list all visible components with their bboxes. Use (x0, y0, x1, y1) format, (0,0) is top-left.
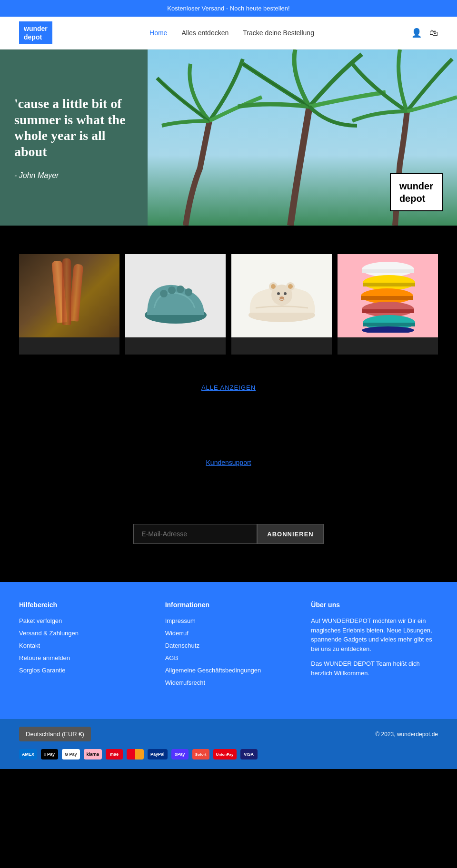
svg-point-14 (279, 296, 284, 299)
footer-link-paket[interactable]: Paket verfolgen (19, 617, 62, 624)
payment-union: UnionPay (213, 749, 237, 760)
hero-quote: 'cause a little bit of summer is what th… (14, 96, 133, 159)
footer-bottom: Deutschland (EUR €) © 2023, wunderdepot.… (0, 719, 457, 749)
footer-col-hilfe: Hilfebereich Paket verfolgen Versand & Z… (19, 601, 146, 690)
product-image-4 (338, 254, 438, 355)
footer-link-allgemeine[interactable]: Allgemeine Geschäftsbedingungen (165, 667, 261, 674)
footer: Hilfebereich Paket verfolgen Versand & Z… (0, 582, 457, 719)
header-icons: 👤 🛍 (411, 28, 438, 38)
subscribe-button[interactable]: ABONNIEREN (257, 524, 323, 544)
hero-right: wunder depot (148, 49, 457, 226)
country-selector[interactable]: Deutschland (EUR €) (19, 727, 91, 741)
svg-rect-18 (363, 283, 415, 286)
svg-rect-22 (362, 309, 414, 313)
products-grid (19, 254, 438, 355)
payment-mastercard (127, 749, 144, 760)
hero-left: 'cause a little bit of summer is what th… (0, 49, 148, 226)
footer-link-widerruf[interactable]: Widerruf (165, 630, 189, 637)
footer-col-info: Informationen Impressum Widerruf Datensc… (165, 601, 292, 690)
product-card-1[interactable] (19, 254, 119, 355)
svg-point-2 (160, 290, 168, 297)
footer-link-datenschutz[interactable]: Datenschutz (165, 642, 199, 649)
header: wunder depot Home Alles entdecken Tracke… (0, 17, 457, 49)
svg-rect-24 (363, 323, 415, 326)
product-image-3 (231, 254, 332, 355)
payment-apple-pay:  Pay (41, 749, 58, 760)
kundensupport-link[interactable]: Kundensupport (206, 459, 251, 466)
svg-point-4 (177, 286, 184, 293)
hero-logo-box: wunder depot (390, 173, 443, 211)
footer-col-ueber: Über uns Auf WUNDERDEPOT möchten wir Dir… (311, 601, 438, 690)
svg-rect-20 (361, 296, 413, 300)
logo-line1: wunder (24, 24, 48, 33)
footer-link-impressum[interactable]: Impressum (165, 617, 196, 624)
svg-point-11 (288, 284, 293, 289)
svg-rect-16 (362, 269, 414, 273)
product-card-4[interactable] (338, 254, 438, 355)
hero-section: 'cause a little bit of summer is what th… (0, 49, 457, 226)
footer-link-garantie[interactable]: Sorglos Garantie (19, 667, 66, 674)
account-icon[interactable]: 👤 (411, 28, 422, 38)
hero-logo-line2: depot (399, 192, 433, 205)
payment-sofort: Sofort (192, 749, 209, 760)
svg-point-5 (185, 288, 192, 296)
svg-point-9 (271, 284, 276, 289)
newsletter-section: ABONNIEREN (0, 495, 457, 582)
nav-tracke[interactable]: Tracke deine Bestellung (243, 29, 314, 37)
banner-text: Kostenloser Versand - Noch heute bestell… (167, 5, 289, 12)
product-image-2 (125, 254, 226, 355)
cart-icon[interactable]: 🛍 (429, 28, 438, 38)
svg-point-3 (168, 286, 176, 294)
main-nav: Home Alles entdecken Tracke deine Bestel… (149, 29, 314, 37)
email-input[interactable] (133, 524, 257, 544)
footer-link-agb[interactable]: AGB (165, 654, 178, 661)
copyright-text: © 2023, wunderdepot.de (375, 731, 438, 738)
show-all-link[interactable]: ALLE ANZEIGEN (201, 384, 256, 391)
footer-columns: Hilfebereich Paket verfolgen Versand & Z… (19, 601, 438, 690)
logo[interactable]: wunder depot (19, 21, 52, 44)
middle-section: Kundensupport (0, 430, 457, 495)
newsletter-form: ABONNIEREN (133, 524, 323, 544)
nav-home[interactable]: Home (149, 29, 167, 37)
product-card-3[interactable] (231, 254, 332, 355)
svg-point-12 (277, 292, 280, 295)
footer-link-kontakt[interactable]: Kontakt (19, 642, 40, 649)
svg-point-13 (284, 292, 287, 295)
products-section: ALLE ANZEIGEN (0, 226, 457, 430)
nav-alles-entdecken[interactable]: Alles entdecken (181, 29, 228, 37)
hero-attribution: - John Mayer (14, 171, 133, 180)
footer-link-retoure[interactable]: Retoure anmelden (19, 654, 70, 661)
footer-col-info-title: Informationen (165, 601, 292, 609)
payment-shopify-pay: oPay (171, 749, 189, 760)
product-image-1 (19, 254, 119, 355)
payment-paypal: PayPal (148, 749, 168, 760)
footer-link-widerrufsrecht[interactable]: Widerrufsrecht (165, 679, 206, 686)
logo-line2: depot (24, 33, 48, 41)
hero-logo-line1: wunder (399, 180, 433, 192)
payment-amex: AMEX (19, 749, 37, 760)
payment-maestro: mae (106, 749, 123, 760)
footer-ueber-text1: Auf WUNDERDEPOT möchten wir Dir ein magi… (311, 616, 438, 653)
payment-visa: VISA (240, 749, 258, 760)
payment-google-pay: G Pay (62, 749, 80, 760)
footer-col-ueber-title: Über uns (311, 601, 438, 609)
footer-link-versand[interactable]: Versand & Zahlungen (19, 630, 79, 637)
payment-klarna: klarna (84, 749, 102, 760)
top-banner: Kostenloser Versand - Noch heute bestell… (0, 0, 457, 17)
payment-row: AMEX  Pay G Pay klarna mae PayPal oPay … (0, 749, 457, 769)
product-card-2[interactable] (125, 254, 226, 355)
footer-ueber-text2: Das WUNDER DEPOT Team heißt dich herzlic… (311, 659, 438, 678)
show-all-container: ALLE ANZEIGEN (19, 374, 438, 411)
footer-col-hilfe-title: Hilfebereich (19, 601, 146, 609)
